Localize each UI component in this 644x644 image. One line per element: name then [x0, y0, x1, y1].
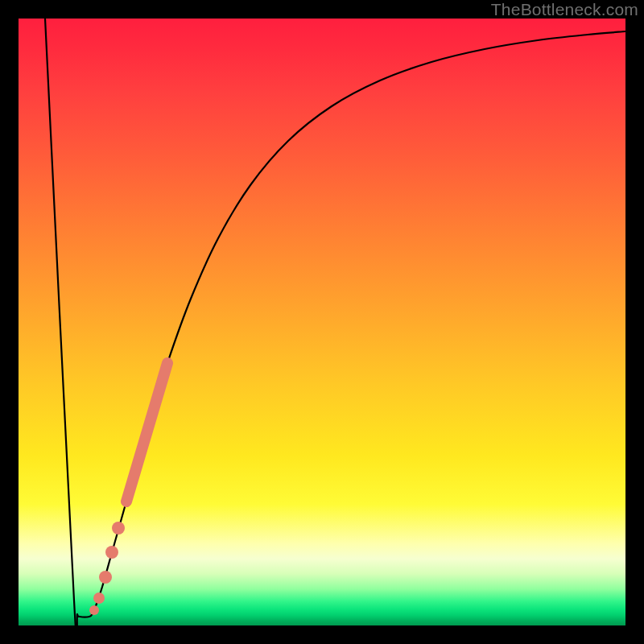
dot-2: [105, 546, 118, 559]
chart-frame: TheBottleneck.com: [0, 0, 644, 644]
plot-area: [19, 19, 625, 625]
dot-1: [112, 522, 125, 535]
dot-5: [89, 605, 99, 615]
overlay-thick-segment: [126, 363, 167, 502]
bottleneck-curve: [45, 19, 625, 625]
chart-svg: [19, 19, 625, 625]
dot-3: [99, 571, 112, 584]
watermark-text: TheBottleneck.com: [491, 0, 638, 19]
dot-4: [93, 592, 105, 604]
